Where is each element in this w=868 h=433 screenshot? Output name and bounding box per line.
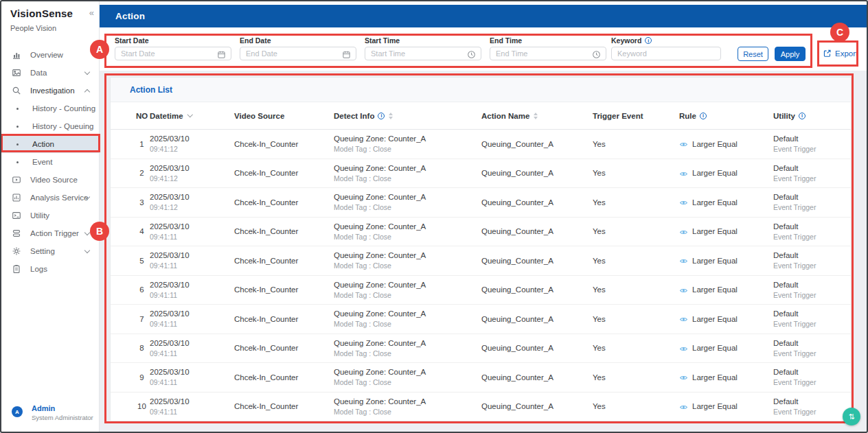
sidebar-item-label: History - Counting xyxy=(32,104,95,113)
sidebar-item-history-counting[interactable]: History - Counting xyxy=(1,100,99,117)
row-detect-zone: Queuing Zone: Counter_A xyxy=(334,134,481,143)
row-datetime: 2025/03/10 09:41:12 xyxy=(150,193,234,211)
clock-icon[interactable] xyxy=(592,49,601,58)
keyword-input[interactable] xyxy=(611,47,721,60)
row-rule-text: Larger Equal xyxy=(692,140,738,148)
sidebar-item-logs[interactable]: Logs xyxy=(1,260,99,278)
row-datetime: 2025/03/10 09:41:11 xyxy=(150,339,234,358)
apply-button[interactable]: Apply xyxy=(775,47,806,61)
sidebar-item-investigation[interactable]: Investigation xyxy=(1,82,99,100)
sort-icon[interactable] xyxy=(389,113,393,119)
sidebar-item-action[interactable]: Action xyxy=(1,135,99,153)
sidebar-item-analysis-service[interactable]: Analysis Service xyxy=(1,189,99,207)
row-video-source: Chcek-In_Counter xyxy=(234,169,334,177)
sort-icon[interactable] xyxy=(534,113,538,119)
row-time: 09:41:12 xyxy=(150,203,234,211)
scroll-fab-button[interactable]: ⇅ xyxy=(843,408,860,425)
row-utility-name: Default xyxy=(773,281,851,289)
clock-icon[interactable] xyxy=(467,49,476,58)
start-time-input[interactable] xyxy=(365,47,481,60)
sidebar-item-label: Video Source xyxy=(30,176,78,184)
row-detect-info: Queuing Zone: Counter_A Model Tag : Clos… xyxy=(334,164,481,183)
sidebar-item-label: Action Trigger xyxy=(30,229,79,237)
row-datetime: 2025/03/10 09:41:11 xyxy=(150,281,234,299)
row-rule-text: Larger Equal xyxy=(692,169,738,177)
row-no: 2 xyxy=(134,169,150,177)
row-detect-info: Queuing Zone: Counter_A Model Tag : Clos… xyxy=(334,309,481,328)
table-row: 9 2025/03/10 09:41:11 Chcek-In_Counter Q… xyxy=(111,362,851,392)
start-time-label: Start Time xyxy=(365,36,400,45)
row-video-source: Chcek-In_Counter xyxy=(234,140,334,148)
start-date-field[interactable] xyxy=(121,47,217,60)
row-action-name: Queuing_Counter_A xyxy=(481,169,593,177)
table-row: 1 2025/03/10 09:41:12 Chcek-In_Counter Q… xyxy=(111,130,851,159)
row-utility: Default Event Trigger xyxy=(773,164,851,183)
keyword-field[interactable] xyxy=(617,47,707,60)
row-utility-sub: Event Trigger xyxy=(773,378,851,386)
app-title: VisionSense xyxy=(1,1,99,19)
rule-eye-icon xyxy=(679,227,688,236)
calendar-icon[interactable] xyxy=(342,49,351,58)
row-video-source: Chcek-In_Counter xyxy=(234,344,334,352)
row-action-name: Queuing_Counter_A xyxy=(481,140,593,148)
column-label: Datetime xyxy=(150,112,183,120)
end-time-input[interactable] xyxy=(490,47,606,60)
user-role: System Administrator xyxy=(32,414,93,421)
row-time: 09:41:11 xyxy=(150,378,234,386)
sidebar-item-data[interactable]: Data xyxy=(1,64,99,82)
row-rule: Larger Equal xyxy=(679,169,773,178)
calendar-icon[interactable] xyxy=(217,49,226,58)
sidebar-item-action-trigger[interactable]: Action Trigger xyxy=(1,224,99,242)
bullet-icon xyxy=(16,108,19,110)
double-arrow-icon: ⇅ xyxy=(848,412,854,421)
sidebar-item-utility[interactable]: Utility xyxy=(1,207,99,224)
row-detect-tag: Model Tag : Close xyxy=(334,261,481,270)
row-rule-text: Larger Equal xyxy=(692,315,738,323)
row-utility-sub: Event Trigger xyxy=(773,349,851,358)
end-date-label: End Date xyxy=(240,36,271,45)
sidebar-item-history-queuing[interactable]: History - Queuing xyxy=(1,117,99,135)
row-detect-zone: Queuing Zone: Counter_A xyxy=(334,281,481,289)
user-profile[interactable]: A Admin System Administrator xyxy=(1,404,99,426)
row-rule: Larger Equal xyxy=(679,198,773,207)
row-action-name: Queuing_Counter_A xyxy=(481,402,593,410)
row-rule: Larger Equal xyxy=(679,256,773,265)
row-datetime: 2025/03/10 09:41:11 xyxy=(150,309,234,328)
row-video-source: Chcek-In_Counter xyxy=(234,373,334,382)
row-action-name: Queuing_Counter_A xyxy=(481,373,593,382)
end-date-field[interactable] xyxy=(246,47,342,60)
row-utility: Default Event Trigger xyxy=(773,339,851,358)
export-button[interactable]: Export xyxy=(823,49,858,58)
row-no: 7 xyxy=(134,315,150,323)
column-datetime[interactable]: Datetime xyxy=(150,112,234,120)
sidebar-item-overview[interactable]: Overview xyxy=(1,46,99,64)
reset-button[interactable]: Reset xyxy=(738,47,768,61)
row-action-name: Queuing_Counter_A xyxy=(481,257,593,265)
end-date-input[interactable] xyxy=(240,47,356,60)
chevron-down-icon xyxy=(84,69,90,75)
info-icon[interactable]: i xyxy=(378,113,385,119)
row-detect-zone: Queuing Zone: Counter_A xyxy=(334,222,481,231)
start-time-field[interactable] xyxy=(371,47,467,60)
row-date: 2025/03/10 xyxy=(150,339,234,347)
start-date-input[interactable] xyxy=(115,47,231,60)
table-header-row: NO Datetime Video Source Detect Info i A… xyxy=(111,102,851,130)
sidebar-item-event[interactable]: Event xyxy=(1,153,99,171)
sidebar-collapse-icon[interactable]: « xyxy=(89,8,94,18)
row-rule: Larger Equal xyxy=(679,285,773,294)
row-datetime: 2025/03/10 09:41:11 xyxy=(150,251,234,270)
end-time-field[interactable] xyxy=(496,47,592,60)
info-icon[interactable]: i xyxy=(700,113,707,119)
info-icon[interactable]: i xyxy=(799,113,806,119)
column-action-name[interactable]: Action Name xyxy=(481,112,593,120)
sidebar-item-label: History - Queuing xyxy=(32,122,93,130)
column-detect-info[interactable]: Detect Info i xyxy=(334,112,481,120)
row-utility-name: Default xyxy=(773,397,851,406)
sidebar-item-setting[interactable]: Setting xyxy=(1,242,99,260)
sidebar-item-video-source[interactable]: Video Source xyxy=(1,171,99,189)
row-utility-sub: Event Trigger xyxy=(773,203,851,211)
row-rule-text: Larger Equal xyxy=(692,344,738,352)
row-detect-zone: Queuing Zone: Counter_A xyxy=(334,339,481,347)
info-icon[interactable]: i xyxy=(645,37,652,44)
rule-eye-icon xyxy=(679,373,688,382)
